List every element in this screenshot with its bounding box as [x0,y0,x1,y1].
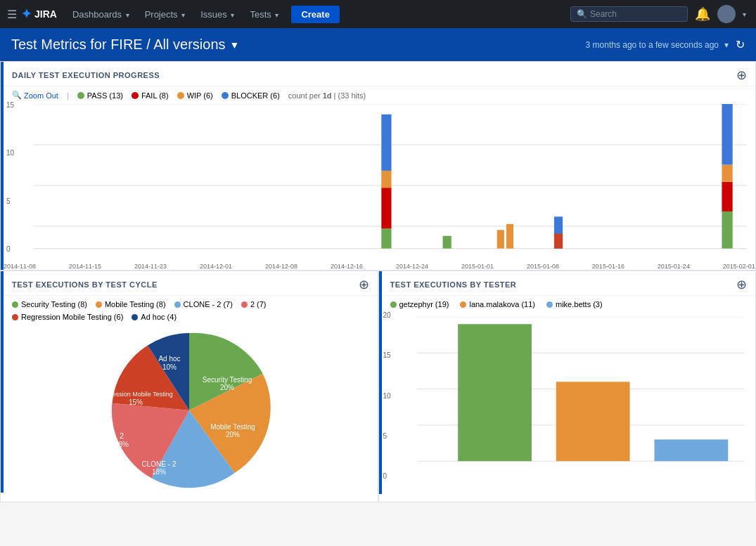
svg-rect-13 [554,234,563,249]
jira-logo-text: JIRA [34,8,57,20]
pie-legend-clone: CLONE - 2 (7) [174,300,233,308]
label-regression-pct: 15% [129,398,143,406]
yr-15: 15 [383,351,391,359]
svg-rect-5 [381,228,391,248]
search-input[interactable] [590,9,681,19]
top-chart-header: DAILY TEST EXECUTION PROGRESS ⊕ [4,62,755,86]
legend-lana: lana.malakova (11) [460,300,535,308]
pie-chart-title: TEST EXECUTIONS BY TEST CYCLE [12,280,158,289]
svg-rect-10 [497,230,504,248]
legend-getzephyr: getzephyr (19) [390,300,449,308]
x-label-1: 2014-11-15 [69,263,101,270]
y-label-0: 0 [6,245,14,253]
pie-chart-add-icon[interactable]: ⊕ [359,277,369,292]
label-mobile-pct: 20% [226,431,240,438]
legend-fail[interactable]: FAIL (8) [132,91,169,100]
top-chart-panel: DAILY TEST EXECUTION PROGRESS ⊕ 🔍 Zoom O… [0,61,756,271]
bar-right-add-icon[interactable]: ⊕ [736,277,747,292]
bar-right-header: TEST EXECUTIONS BY TESTER ⊕ [382,271,756,296]
avatar[interactable] [717,5,736,23]
yr-10: 10 [383,392,391,400]
legend-pass[interactable]: PASS (13) [77,91,123,100]
x-label-8: 2015-01-08 [527,263,559,270]
pie-chart-header: TEST EXECUTIONS BY TEST CYCLE ⊕ [4,271,378,296]
2-dot [241,301,248,308]
x-label-11: 2015-02-01 [723,263,755,270]
yr-0: 0 [383,472,391,480]
x-label-4: 2014-12-08 [265,263,297,270]
projects-caret: ▾ [181,11,185,19]
y-label-5: 5 [6,197,14,205]
x-label-6: 2014-12-24 [396,263,428,270]
nav-dashboards[interactable]: Dashboards ▾ [67,6,135,22]
svg-rect-7 [381,171,391,188]
y-label-15: 15 [6,101,14,109]
legend-wip[interactable]: WIP (6) [177,91,213,100]
svg-rect-6 [381,188,391,228]
zoom-out-btn[interactable]: 🔍 Zoom Out [12,91,58,100]
issues-caret: ▾ [231,11,234,19]
clone-dot [174,301,181,308]
top-chart-add-icon[interactable]: ⊕ [736,67,747,83]
mike-dot [546,301,553,308]
lana-dot [460,301,466,308]
search-box[interactable]: 🔍 [570,6,688,22]
page-title: Test Metrics for FIRE / All versions [11,37,226,53]
label-regression: Regression Mobile Testing [98,391,172,398]
notifications-icon[interactable]: 🔔 [692,4,713,25]
x-label-10: 2015-01-24 [658,263,690,270]
refresh-icon[interactable]: ↻ [736,38,745,51]
fail-dot [132,92,139,99]
yr-5: 5 [383,432,391,440]
nav-projects[interactable]: Projects ▾ [139,6,191,22]
bar-right-chart-area: 20 15 10 5 0 [382,311,756,494]
jira-logo: ✦ JIRA [21,6,57,22]
dashboards-caret: ▾ [126,11,129,19]
pie-legend-2: 2 (7) [241,300,267,308]
svg-rect-15 [722,182,732,212]
label-adhoc: Ad hoc [158,355,180,363]
bar-getzephyr [458,324,532,461]
x-label-9: 2015-01-16 [592,263,624,270]
pie-legend-mobile: Mobile Testing (8) [96,300,166,308]
navbar: ☰ ✦ JIRA Dashboards ▾ Projects ▾ Issues … [0,0,756,28]
mobile-dot [96,301,102,308]
zoom-icon: 🔍 [12,91,22,100]
wip-dot [177,92,184,99]
bar-mike [654,439,728,461]
svg-rect-17 [722,104,732,164]
top-chart-title: DAILY TEST EXECUTION PROGRESS [12,71,160,79]
label-adhoc-pct: 10% [162,363,177,371]
x-label-5: 2014-12-16 [331,263,363,270]
nav-tests[interactable]: Tests ▾ [244,6,284,22]
menu-icon[interactable]: ☰ [7,8,17,21]
pass-dot [77,92,84,99]
label-2: 2 [120,431,124,440]
label-2-pct: 18% [115,441,129,448]
page-title-dropdown[interactable]: ▼ [230,39,240,51]
legend-mike: mike.betts (3) [546,300,603,308]
legend-blocker[interactable]: BLOCKER (6) [222,91,280,100]
bar-right-panel: TEST EXECUTIONS BY TESTER ⊕ getzephyr (1… [378,271,757,502]
svg-rect-9 [443,236,451,249]
label-clone-pct: 18% [152,468,166,476]
nav-issues[interactable]: Issues ▾ [195,6,240,22]
chart-meta: count per 1d | (33 hits) [288,91,366,100]
regression-dot [12,314,18,320]
date-range[interactable]: 3 months ago to a few seconds ago ▾ [586,40,729,50]
bar-right-svg [417,317,745,483]
bar-right-title: TEST EXECUTIONS BY TESTER [390,280,517,289]
pie-chart-panel: TEST EXECUTIONS BY TEST CYCLE ⊕ Security… [0,271,378,502]
account-caret-icon[interactable]: ▾ [740,8,749,21]
top-bar-chart-svg [33,104,747,267]
yr-20: 20 [383,311,391,319]
pie-slices [112,333,271,488]
search-icon: 🔍 [577,9,587,19]
pie-container: Security Testing 20% Mobile Testing 20% … [4,324,378,493]
svg-rect-16 [722,164,732,181]
x-label-7: 2015-01-01 [461,263,494,270]
top-chart-legend: 🔍 Zoom Out | PASS (13) FAIL (8) WIP [4,86,755,101]
create-button[interactable]: Create [291,6,339,23]
bar-right-legend: getzephyr (19) lana.malakova (11) mike.b… [382,296,756,311]
tests-caret: ▾ [275,11,278,19]
